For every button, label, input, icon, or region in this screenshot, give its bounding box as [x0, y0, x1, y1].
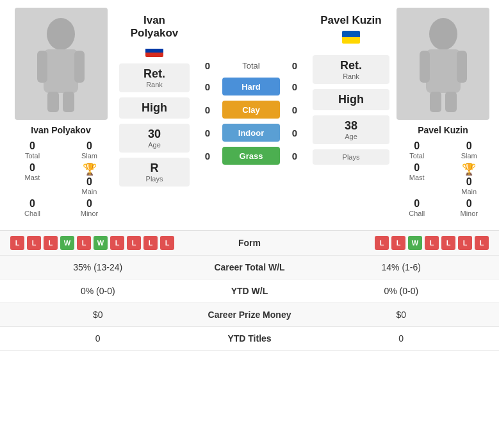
courts-section: 0 Total 0 0 Hard 0 0 Clay 0 0 Indoor 0	[193, 8, 309, 217]
indoor-p2-score: 0	[285, 128, 304, 138]
career-wl-label: Career Total W/L	[186, 262, 314, 272]
prize-row: $0 Career Prize Money $0	[0, 303, 499, 327]
player2-form: LLWLLLL	[301, 236, 489, 250]
player1-plays-value: R	[124, 162, 184, 175]
hard-p1-score: 0	[198, 81, 217, 92]
hard-p2-score: 0	[285, 81, 304, 92]
form-badge: L	[10, 236, 24, 250]
player1-slam-value: 0	[86, 140, 92, 152]
player1-minor-value: 0	[86, 198, 92, 210]
player2-mast: 0 Mast	[393, 162, 441, 195]
player2-photo	[397, 8, 489, 120]
indoor-badge: Indoor	[222, 124, 280, 142]
player2-plays-label: Plays	[318, 153, 384, 161]
svg-rect-8	[420, 51, 430, 83]
svg-rect-4	[47, 92, 59, 112]
player2-mast-value: 0	[414, 162, 420, 174]
player1-chall-value: 0	[29, 198, 35, 210]
hard-badge: Hard	[222, 78, 280, 95]
player1-rank-box: Ret. Rank	[119, 63, 190, 92]
ytd-wl-label: YTD W/L	[186, 286, 314, 296]
player1-card: Ivan Polyakov 0 Total 0 Slam 0 Mast 🏆 0	[6, 8, 115, 217]
player1-mast: 0 Mast	[6, 162, 58, 195]
player2-rank-box: Ret. Rank	[313, 55, 389, 84]
ytd-wl-p1: 0% (0-0)	[10, 286, 186, 296]
prize-p1: $0	[10, 310, 186, 320]
player2-minor-label: Minor	[460, 210, 478, 217]
career-wl-p1: 35% (13-24)	[10, 262, 186, 272]
player2-rank-value: Ret.	[318, 59, 384, 72]
player1-plays-label: Plays	[124, 175, 184, 183]
trophy1-icon: 🏆	[83, 162, 97, 176]
player2-minor: 0 Minor	[446, 198, 493, 217]
player2-flag	[342, 31, 360, 46]
form-badge: L	[160, 236, 174, 250]
player1-main-label: Main	[82, 188, 97, 195]
form-badge: L	[441, 236, 455, 250]
form-label: Form	[199, 238, 301, 248]
player2-chall-label: Chall	[409, 210, 425, 217]
indoor-row: 0 Indoor 0	[193, 124, 309, 142]
clay-badge: Clay	[222, 101, 280, 119]
player1-silhouette	[32, 16, 90, 112]
player1-name-center: IvanPolyakov	[131, 14, 179, 40]
player1-high-value: High	[124, 101, 184, 115]
player2-mast-label: Mast	[409, 174, 425, 181]
player2-chall: 0 Chall	[393, 198, 441, 217]
player2-rank-label: Rank	[318, 72, 384, 80]
grass-p2-score: 0	[285, 151, 304, 162]
svg-point-6	[429, 18, 457, 50]
svg-point-0	[47, 18, 75, 50]
prize-label: Career Prize Money	[186, 310, 314, 320]
player1-form: LLLWLWLLLL	[10, 236, 199, 250]
form-badge: L	[27, 236, 41, 250]
player2-slam-label: Slam	[461, 152, 477, 160]
total-label: Total	[222, 61, 280, 71]
player2-minor-value: 0	[466, 198, 472, 210]
player2-main-value: 0	[466, 176, 472, 188]
player1-plays-box: R Plays	[119, 158, 190, 187]
svg-rect-9	[457, 51, 467, 83]
player2-name-center: Pavel Kuzin	[320, 14, 381, 27]
form-badge: W	[408, 236, 422, 250]
form-row: LLLWLWLLLL Form LLWLLLL	[0, 231, 499, 256]
player1-age-box: 30 Age	[119, 124, 190, 153]
svg-rect-1	[44, 49, 78, 93]
titles-label: YTD Titles	[186, 333, 314, 344]
player2-slam: 0 Slam	[446, 140, 493, 160]
clay-p1-score: 0	[198, 104, 217, 115]
player1-high-box: High	[119, 97, 190, 119]
player2-slam-value: 0	[466, 140, 472, 152]
bottom-section: LLLWLWLLLL Form LLWLLLL 35% (13-24) Care…	[0, 230, 499, 351]
player1-slam-label: Slam	[81, 152, 97, 160]
svg-rect-10	[430, 92, 441, 112]
player2-chall-value: 0	[414, 198, 420, 210]
player1-chall: 0 Chall	[6, 198, 58, 217]
player1-total-value: 0	[29, 140, 35, 152]
player2-silhouette	[414, 16, 472, 112]
total-row: 0 Total 0	[193, 60, 309, 71]
player2-main: 🏆 0 Main	[446, 162, 493, 195]
form-badge: L	[458, 236, 472, 250]
main-container: Ivan Polyakov 0 Total 0 Slam 0 Mast 🏆 0	[0, 0, 499, 351]
form-badge: W	[60, 236, 74, 250]
total-p2-score: 0	[285, 60, 304, 71]
player1-main: 🏆 0 Main	[63, 162, 115, 195]
player2-main-label: Main	[461, 188, 477, 195]
hard-row: 0 Hard 0	[193, 78, 309, 95]
form-badge: L	[143, 236, 158, 250]
player1-flag	[145, 44, 163, 60]
player2-stats: 0 Total 0 Slam 0 Mast 🏆 0 Main 0	[393, 140, 493, 217]
player2-age-box: 38 Age	[313, 115, 389, 144]
player2-name: Pavel Kuzin	[418, 125, 468, 135]
form-badge: L	[127, 236, 141, 250]
player1-minor: 0 Minor	[63, 198, 115, 217]
player1-total: 0 Total	[6, 140, 58, 160]
player1-minor-label: Minor	[81, 210, 99, 217]
player2-high-box: High	[313, 89, 389, 110]
player1-main-value: 0	[86, 176, 92, 188]
titles-row: 0 YTD Titles 0	[0, 327, 499, 351]
titles-p1: 0	[10, 333, 186, 344]
player1-mast-label: Mast	[25, 174, 40, 181]
clay-p2-score: 0	[285, 104, 304, 115]
